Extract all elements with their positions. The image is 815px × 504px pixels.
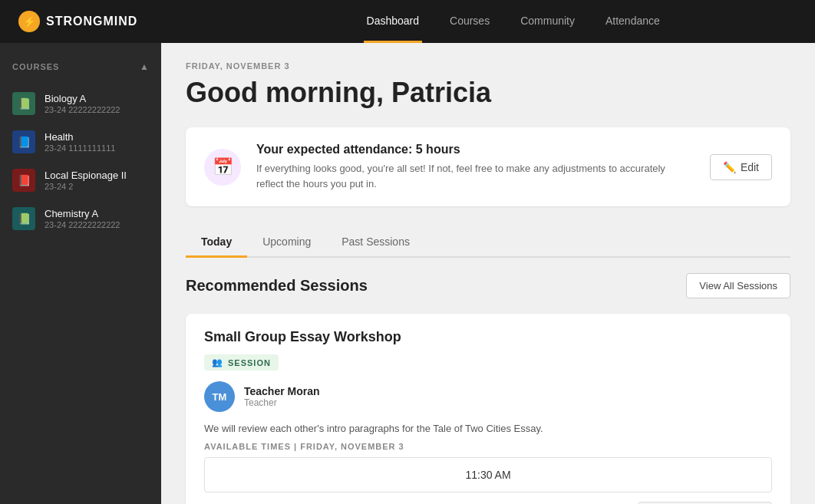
nav-link-community[interactable]: Community xyxy=(517,1,578,43)
course-info-biology: Biology A 23-24 22222222222 xyxy=(45,93,120,114)
course-name-chemistry: Chemistry A xyxy=(45,208,120,219)
sidebar-section-title: COURSES xyxy=(12,62,59,71)
session-tabs: Today Upcoming Past Sessions xyxy=(186,228,790,258)
session-card-title: Small Group Essay Workshop xyxy=(204,329,772,345)
course-icon-health: 📘 xyxy=(12,130,35,153)
sessions-header: Recommended Sessions View All Sessions xyxy=(186,273,790,298)
edit-attendance-button[interactable]: ✏️ Edit xyxy=(710,154,772,180)
course-name-espionage: Local Espionage II xyxy=(45,170,127,181)
teacher-name: Teacher Moran xyxy=(244,385,320,397)
view-all-sessions-button[interactable]: View All Sessions xyxy=(686,273,790,298)
attendance-card: 📅 Your expected attendance: 5 hours If e… xyxy=(186,127,790,206)
course-info-health: Health 23-24 1111111111 xyxy=(45,131,115,153)
logo: ⚡ STRONGMIND xyxy=(18,11,137,32)
course-icon-espionage: 📕 xyxy=(12,169,35,192)
teacher-avatar: TM xyxy=(204,381,235,412)
nav-link-dashboard[interactable]: Dashboard xyxy=(364,1,423,43)
sessions-title: Recommended Sessions xyxy=(186,277,368,295)
nav-link-attendance[interactable]: Attendance xyxy=(602,1,663,43)
teacher-info: Teacher Moran Teacher xyxy=(244,385,320,408)
badge-label: SESSION xyxy=(228,358,271,367)
teacher-role: Teacher xyxy=(244,397,320,408)
sidebar-item-chemistry-a[interactable]: 📗 Chemistry A 23-24 22222222222 xyxy=(0,199,161,238)
course-info-espionage: Local Espionage II 23-24 2 xyxy=(45,170,127,191)
course-code-espionage: 23-24 2 xyxy=(45,182,127,191)
attendance-desc: If everything looks good, you're all set… xyxy=(256,161,695,191)
tab-upcoming[interactable]: Upcoming xyxy=(247,228,326,258)
course-name-health: Health xyxy=(45,131,115,143)
course-code-biology: 23-24 22222222222 xyxy=(45,105,120,114)
main-content: FRIDAY, NOVEMBER 3 Good morning, Patrici… xyxy=(161,43,815,504)
logo-icon: ⚡ xyxy=(18,11,40,32)
course-info-chemistry: Chemistry A 23-24 22222222222 xyxy=(45,208,120,229)
attendance-icon: 📅 xyxy=(204,149,241,186)
sidebar-item-health[interactable]: 📘 Health 23-24 1111111111 xyxy=(0,123,161,161)
sidebar: COURSES ▲ 📗 Biology A 23-24 22222222222 … xyxy=(0,43,161,504)
people-icon: 👥 xyxy=(212,357,223,367)
main-layout: COURSES ▲ 📗 Biology A 23-24 22222222222 … xyxy=(0,43,815,504)
nav-link-courses[interactable]: Courses xyxy=(447,1,493,43)
date-label: FRIDAY, NOVEMBER 3 xyxy=(186,61,790,71)
tab-today[interactable]: Today xyxy=(186,228,247,258)
attendance-content: Your expected attendance: 5 hours If eve… xyxy=(256,143,695,191)
edit-label: Edit xyxy=(741,161,759,173)
session-badge: 👥 SESSION xyxy=(204,354,279,371)
top-navigation: ⚡ STRONGMIND Dashboard Courses Community… xyxy=(0,0,815,43)
course-code-health: 23-24 1111111111 xyxy=(45,143,115,153)
course-code-chemistry: 23-24 22222222222 xyxy=(45,220,120,229)
sidebar-section-header: COURSES ▲ xyxy=(0,55,161,78)
course-icon-chemistry: 📗 xyxy=(12,207,35,230)
logo-text: STRONGMIND xyxy=(46,15,137,28)
greeting: Good morning, Patricia xyxy=(186,77,790,109)
session-card: Small Group Essay Workshop 👥 SESSION TM … xyxy=(186,314,790,504)
course-name-biology: Biology A xyxy=(45,93,120,104)
sidebar-item-biology-a[interactable]: 📗 Biology A 23-24 22222222222 xyxy=(0,84,161,123)
session-description: We will review each other's intro paragr… xyxy=(204,423,772,434)
course-icon-biology: 📗 xyxy=(12,92,35,115)
pencil-icon: ✏️ xyxy=(723,161,736,173)
attendance-title: Your expected attendance: 5 hours xyxy=(256,143,695,156)
nav-links: Dashboard Courses Community Attendance xyxy=(302,1,663,43)
tab-past-sessions[interactable]: Past Sessions xyxy=(326,228,425,258)
sidebar-item-local-espionage[interactable]: 📕 Local Espionage II 23-24 2 xyxy=(0,161,161,199)
teacher-row: TM Teacher Moran Teacher xyxy=(204,381,772,412)
collapse-icon[interactable]: ▲ xyxy=(140,61,149,72)
available-times-label: AVAILABLE TIMES | FRIDAY, NOVEMBER 3 xyxy=(204,442,772,451)
time-slot[interactable]: 11:30 AM xyxy=(204,457,772,492)
